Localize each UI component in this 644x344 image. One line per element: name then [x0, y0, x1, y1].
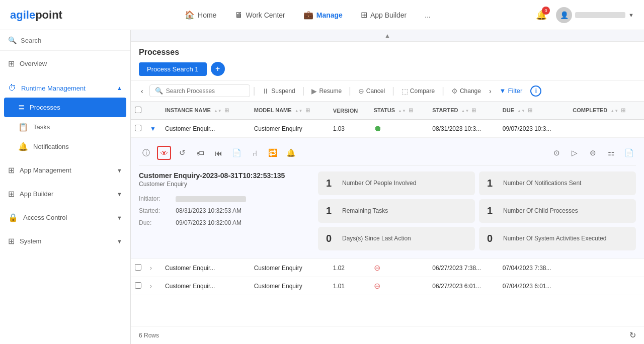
search-processes-input[interactable] — [166, 88, 242, 95]
row1-due: 09/07/2023 10:3... — [499, 120, 569, 138]
change-label: Change — [460, 88, 481, 95]
header-completed[interactable]: COMPLETED ▲▼ ⊞ — [569, 102, 644, 120]
top-nav: agilepoint 🏠 Home 🖥 Work Center 💼 Manage… — [0, 0, 644, 30]
sidebar-access-label: Access Control — [23, 214, 67, 221]
stat-days-since-action: 0 Days(s) Since Last Action — [318, 227, 475, 250]
filter-button[interactable]: ▼ Filter — [496, 85, 527, 97]
briefcase-icon: 💼 — [303, 10, 313, 20]
row1-expand-cell[interactable]: ▼ — [146, 120, 161, 138]
nav-more[interactable]: ... — [418, 7, 438, 23]
table-row: › Customer Enquir... Customer Enquiry 1.… — [131, 277, 644, 295]
process-detail: Customer Enquiry-2023-08-31T10:32:53:135… — [139, 171, 636, 250]
right-info-button[interactable]: ⊙ — [549, 146, 564, 160]
sort-icon2: ▲▼ — [295, 109, 303, 113]
nav-right: 🔔 0 👤 ▼ — [533, 7, 634, 24]
overview-icon: ⊞ — [8, 59, 15, 68]
row2-checkbox[interactable] — [135, 264, 141, 271]
header-instance-name[interactable]: INSTANCE NAME ▲▼ ⊞ — [161, 102, 250, 120]
detail-loop-button[interactable]: 🔁 — [266, 146, 280, 160]
refresh-button[interactable]: ↻ — [629, 330, 636, 340]
row3-expand-cell[interactable]: › — [146, 277, 161, 295]
sep2: | — [302, 85, 305, 96]
right-grid-button[interactable]: ⚏ — [604, 146, 618, 160]
detail-tag-button[interactable]: 🏷 — [193, 146, 207, 160]
compare-icon: ⬚ — [401, 87, 408, 95]
sidebar-processes-label: Processes — [30, 104, 60, 111]
row3-version: 1.01 — [329, 277, 370, 295]
row1-checkbox[interactable] — [135, 125, 141, 131]
back-button[interactable]: ‹ — [137, 85, 147, 97]
nav-app-builder-label: App Builder — [370, 11, 407, 19]
sidebar-item-overview[interactable]: ⊞ Overview — [0, 53, 130, 74]
detail-bell-button[interactable]: 🔔 — [284, 146, 298, 160]
expand-button[interactable]: › — [487, 85, 494, 97]
app-builder-side-chevron-icon: ▼ — [117, 191, 122, 197]
sidebar-runtime-header[interactable]: ⏱ Runtime Management ▲ — [0, 78, 130, 98]
right-doc-button[interactable]: 📄 — [622, 146, 636, 160]
process-search-tab[interactable]: Process Search 1 — [139, 62, 207, 76]
expanded-content: ⓘ 👁 ↺ 🏷 ⏮ 📄 ⑁ 🔁 🔔 — [131, 138, 644, 259]
sidebar-item-tasks[interactable]: 📋 Tasks — [0, 117, 130, 137]
sort-icon6: ▲▼ — [610, 109, 618, 113]
status-running-icon: ⏺ — [374, 124, 382, 133]
sidebar-app-mgmt-header[interactable]: ⊞ App Management ▼ — [0, 160, 130, 180]
notification-badge: 0 — [542, 7, 550, 15]
monitor-icon: 🖥 — [234, 11, 243, 20]
nav-manage[interactable]: 💼 Manage — [296, 6, 350, 24]
sidebar-system-section: ⊞ System ▼ — [0, 229, 130, 253]
right-play-button[interactable]: ▷ — [568, 146, 582, 160]
process-panel: Processes Process Search 1 + ‹ 🔍 | ⏸ Sus… — [131, 42, 644, 344]
header-status[interactable]: STATUS ▲▼ ⊞ — [370, 102, 429, 120]
user-menu[interactable]: 👤 ▼ — [556, 7, 634, 23]
stat-notif-label: Number Of Notifications Sent — [503, 180, 581, 188]
runtime-icon: ⏱ — [8, 83, 16, 93]
change-button[interactable]: ⚙ Change — [447, 85, 485, 97]
lock-icon: 🔒 — [8, 213, 18, 222]
processes-icon: ≣ — [18, 103, 25, 112]
nav-app-builder[interactable]: ⊞ App Builder — [354, 6, 414, 24]
notification-button[interactable]: 🔔 0 — [533, 7, 550, 24]
row2-chevron-icon[interactable]: › — [150, 265, 152, 272]
right-cancel-button[interactable]: ⊖ — [586, 146, 600, 160]
row1-chevron-icon[interactable]: ▼ — [150, 125, 156, 132]
detail-view-button[interactable]: 👁 — [157, 146, 171, 160]
detail-info-button[interactable]: ⓘ — [139, 146, 153, 160]
row3-checkbox[interactable] — [135, 282, 141, 289]
compare-button[interactable]: ⬚ Compare — [397, 85, 439, 97]
collapse-button[interactable]: ▲ — [384, 32, 390, 39]
home-icon: 🏠 — [185, 10, 195, 20]
detail-refresh-button[interactable]: ↺ — [175, 146, 189, 160]
detail-history-button[interactable]: ⏮ — [211, 146, 225, 160]
sidebar-app-builder-header[interactable]: ⊞ App Builder ▼ — [0, 184, 130, 204]
header-version[interactable]: VERSION — [329, 102, 370, 120]
detail-tree-button[interactable]: ⑁ — [248, 146, 262, 160]
info-button[interactable]: i — [530, 85, 541, 97]
resume-button[interactable]: ▶ Resume — [307, 85, 346, 97]
sidebar-access-header[interactable]: 🔒 Access Control ▼ — [0, 208, 130, 227]
nav-home[interactable]: 🏠 Home — [178, 6, 223, 24]
suspend-icon: ⏸ — [262, 87, 269, 95]
row3-instance-name: Customer Enquir... — [161, 277, 250, 295]
stats-grid: 1 Number Of People Involved 1 Number Of … — [318, 171, 636, 250]
cancel-button[interactable]: ⊖ Cancel — [354, 85, 389, 97]
header-due[interactable]: DUE ▲▼ ⊞ — [499, 102, 569, 120]
resume-icon: ▶ — [311, 87, 317, 95]
header-started[interactable]: STARTED ▲▼ ⊞ — [428, 102, 498, 120]
sidebar-item-notifications[interactable]: 🔔 Notifications — [0, 137, 130, 156]
nav-work-center[interactable]: 🖥 Work Center — [227, 7, 292, 24]
row3-chevron-icon[interactable]: › — [150, 283, 152, 290]
process-model-name: Customer Enquiry — [139, 181, 310, 188]
suspend-button[interactable]: ⏸ Suspend — [258, 85, 299, 97]
stat-notif-value: 1 — [487, 178, 497, 189]
row2-expand-cell[interactable]: › — [146, 259, 161, 277]
add-tab-button[interactable]: + — [211, 62, 225, 76]
sidebar-system-header[interactable]: ⊞ System ▼ — [0, 231, 130, 251]
sidebar-item-processes[interactable]: ≣ Processes — [4, 98, 126, 117]
detail-document-button[interactable]: 📄 — [229, 146, 244, 160]
row3-completed — [569, 277, 644, 295]
header-model-name[interactable]: MODEL NAME ▲▼ ⊞ — [250, 102, 329, 120]
logo[interactable]: agilepoint — [10, 9, 62, 22]
search-input[interactable] — [21, 37, 122, 44]
sidebar-overview-section: ⊞ Overview — [0, 51, 130, 76]
select-all-checkbox[interactable] — [135, 107, 141, 113]
